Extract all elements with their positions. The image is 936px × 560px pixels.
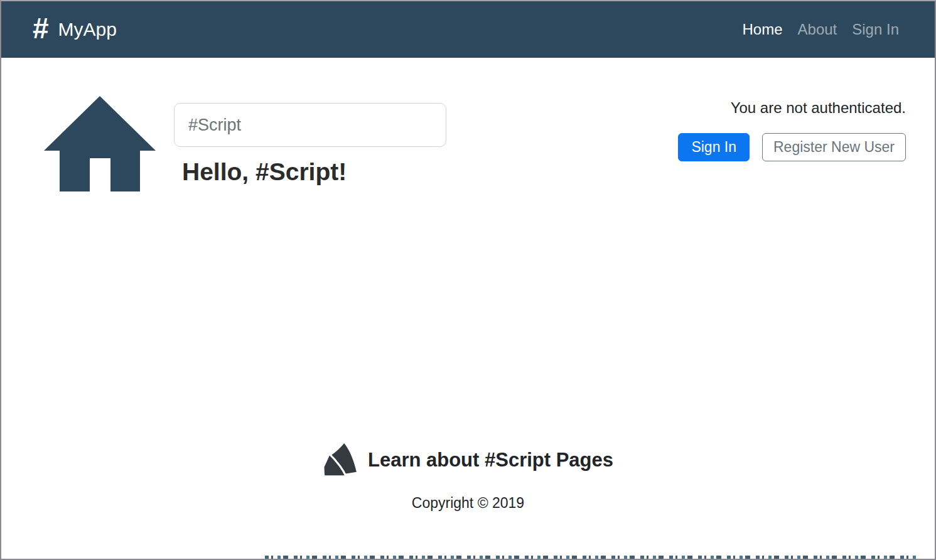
sign-in-button[interactable]: Sign In [678,133,750,161]
copyright-text: Copyright © 2019 [1,495,935,512]
nav-link-home[interactable]: Home [743,21,783,38]
house-icon [44,96,156,191]
brand-link[interactable]: # MyApp [33,15,117,44]
auth-status-text: You are not authenticated. [731,99,906,117]
script-input[interactable] [174,103,446,147]
clipped-content-top [265,556,918,559]
greeting-heading: Hello, #Script! [182,158,347,186]
register-new-user-button[interactable]: Register New User [762,133,906,161]
nav-link-about[interactable]: About [798,21,837,38]
auth-buttons: Sign In Register New User [678,133,906,161]
shark-fin-icon [323,443,359,478]
nav-link-sign-in[interactable]: Sign In [852,21,899,38]
hash-icon: # [33,14,49,43]
browser-viewport: # MyApp Home About Sign In Hello, #Scrip… [0,0,936,560]
learn-about-script-pages-link[interactable]: Learn about #Script Pages [1,443,935,478]
nav-links: Home About Sign In [743,21,899,38]
learn-link-label: Learn about #Script Pages [368,449,613,471]
navbar: # MyApp Home About Sign In [1,1,935,58]
brand-label: MyApp [58,19,117,40]
